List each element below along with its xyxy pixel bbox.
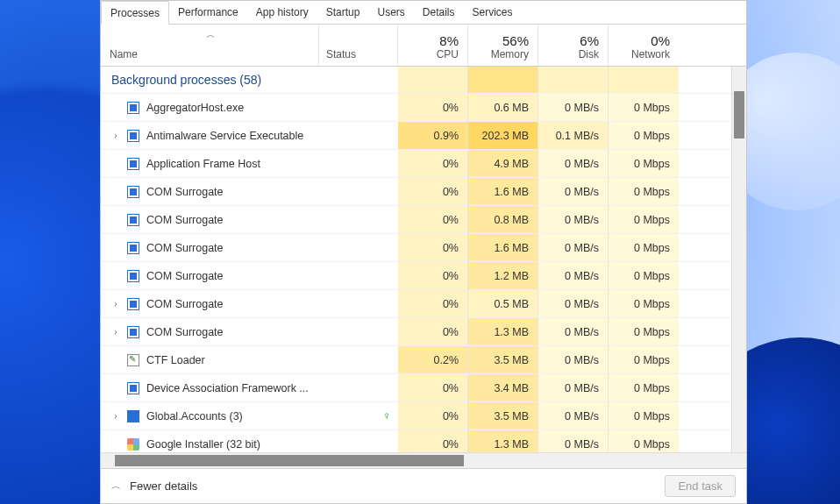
cell-memory: 3.4 MB [468, 374, 538, 401]
cell-disk: 0 MB/s [538, 346, 609, 373]
details-toggle[interactable]: Fewer details [130, 479, 197, 493]
frame-icon [126, 241, 140, 255]
cell-disk: 0 MB/s [538, 430, 609, 452]
cell-cpu: 0% [398, 150, 468, 177]
process-row[interactable]: Google Installer (32 bit)0%1.3 MB0 MB/s0… [101, 429, 746, 452]
process-name-cell: Device Association Framework ... [101, 381, 398, 395]
header-cpu-pct: 8% [439, 33, 459, 48]
column-header-row: ︿ Name Status 8% CPU 56% Memory 6% Disk … [101, 25, 746, 67]
column-header-cpu[interactable]: 8% CPU [398, 25, 468, 66]
tab-performance[interactable]: Performance [169, 1, 247, 24]
expand-chevron-icon[interactable]: › [111, 131, 120, 140]
process-name-label: COM Surrogate [146, 214, 224, 226]
process-name-cell: ›COM Surrogate [101, 297, 398, 311]
process-row[interactable]: CTF Loader0.2%3.5 MB0 MB/s0 Mbps [101, 345, 746, 373]
cell-disk: 0 MB/s [538, 178, 609, 205]
vertical-scrollbar[interactable] [731, 67, 746, 452]
leaf-icon: ♀ [382, 409, 391, 422]
cell-memory: 1.3 MB [468, 318, 538, 345]
column-header-disk[interactable]: 6% Disk [538, 25, 609, 66]
process-row[interactable]: COM Surrogate0%1.6 MB0 MB/s0 Mbps [101, 177, 746, 205]
header-network-pct: 0% [651, 33, 670, 48]
expand-chevron-icon[interactable]: › [111, 299, 120, 309]
process-row[interactable]: ›COM Surrogate0%0.5 MB0 MB/s0 Mbps [101, 289, 746, 317]
tab-processes[interactable]: Processes [101, 1, 169, 25]
tab-users[interactable]: Users [368, 1, 413, 24]
group-header-label: Background processes (58) [101, 73, 398, 87]
tab-startup[interactable]: Startup [317, 1, 369, 24]
group-network-cell [609, 67, 679, 93]
process-row[interactable]: ›Global.Accounts (3)♀0%3.5 MB0 MB/s0 Mbp… [101, 401, 746, 429]
cell-cpu: 0.9% [398, 122, 468, 149]
process-row[interactable]: ›COM Surrogate0%1.3 MB0 MB/s0 Mbps [101, 317, 746, 345]
cell-memory: 1.2 MB [468, 262, 538, 289]
horizontal-scrollbar[interactable] [101, 452, 746, 468]
process-row[interactable]: COM Surrogate0%1.2 MB0 MB/s0 Mbps [101, 261, 746, 289]
cell-network: 0 Mbps [609, 430, 679, 452]
process-name-label: Device Association Framework ... [146, 382, 309, 394]
process-name-label: COM Surrogate [146, 270, 224, 282]
cell-network: 0 Mbps [609, 178, 679, 205]
cell-memory: 0.5 MB [468, 290, 538, 317]
cell-disk: 0 MB/s [538, 94, 609, 121]
column-header-status[interactable]: Status [319, 25, 398, 66]
cell-cpu: 0% [398, 94, 468, 121]
cell-memory: 3.5 MB [468, 402, 538, 429]
process-name-cell: CTF Loader [101, 353, 398, 367]
header-memory-pct: 56% [502, 33, 529, 48]
column-header-status-label: Status [326, 48, 356, 60]
cell-disk: 0 MB/s [538, 374, 609, 401]
tab-services[interactable]: Services [464, 1, 522, 24]
process-name-label: Antimalware Service Executable [146, 130, 303, 142]
frame-icon [126, 213, 140, 227]
process-row[interactable]: COM Surrogate0%0.8 MB0 MB/s0 Mbps [101, 205, 746, 233]
header-cpu-label: CPU [437, 48, 459, 60]
column-header-network[interactable]: 0% Network [609, 25, 679, 66]
cell-cpu: 0% [398, 262, 468, 289]
process-name-cell: Application Frame Host [101, 157, 398, 171]
horizontal-scroll-thumb[interactable] [115, 455, 464, 466]
tab-details[interactable]: Details [414, 1, 464, 24]
expand-chevron-icon[interactable]: › [111, 327, 120, 337]
cell-cpu: 0.2% [398, 346, 468, 373]
frame-icon [126, 381, 140, 395]
sort-indicator-icon: ︿ [206, 28, 216, 41]
frame-icon [126, 157, 140, 171]
cell-disk: 0 MB/s [538, 234, 609, 261]
process-row[interactable]: Device Association Framework ...0%3.4 MB… [101, 373, 746, 401]
process-row[interactable]: ›Antimalware Service Executable0.9%202.3… [101, 121, 746, 149]
cell-disk: 0 MB/s [538, 262, 609, 289]
group-header-row[interactable]: Background processes (58) [101, 67, 746, 93]
cell-network: 0 Mbps [609, 290, 679, 317]
header-disk-label: Disk [579, 48, 599, 60]
process-name-cell: ›Antimalware Service Executable [101, 129, 398, 143]
column-header-name[interactable]: ︿ Name [101, 25, 319, 66]
end-task-button[interactable]: End task [665, 475, 736, 497]
process-name-label: Global.Accounts (3) [146, 410, 243, 422]
process-row[interactable]: Application Frame Host0%4.9 MB0 MB/s0 Mb… [101, 149, 746, 177]
process-row[interactable]: COM Surrogate0%1.6 MB0 MB/s0 Mbps [101, 233, 746, 261]
cell-disk: 0 MB/s [538, 290, 609, 317]
global-icon [126, 409, 140, 423]
cell-memory: 1.6 MB [468, 234, 538, 261]
process-row[interactable]: AggregatorHost.exe0%0.6 MB0 MB/s0 Mbps [101, 93, 746, 121]
process-name-cell: Google Installer (32 bit) [101, 437, 398, 451]
cell-network: 0 Mbps [609, 206, 679, 233]
cell-memory: 202.3 MB [468, 122, 538, 149]
vertical-scroll-thumb[interactable] [734, 91, 744, 138]
cell-cpu: 0% [398, 206, 468, 233]
group-cpu-cell [398, 67, 468, 93]
cell-memory: 3.5 MB [468, 346, 538, 373]
chevron-up-icon: ︿ [111, 479, 121, 493]
cell-cpu: 0% [398, 430, 468, 452]
cell-network: 0 Mbps [609, 402, 679, 429]
process-name-cell: COM Surrogate [101, 269, 398, 283]
cell-memory: 1.6 MB [468, 178, 538, 205]
frame-icon [126, 297, 140, 311]
expand-chevron-icon[interactable]: › [111, 411, 120, 421]
tab-app-history[interactable]: App history [247, 1, 317, 24]
cell-network: 0 Mbps [609, 346, 679, 373]
tab-bar: ProcessesPerformanceApp historyStartupUs… [101, 1, 746, 25]
column-header-memory[interactable]: 56% Memory [468, 25, 538, 66]
process-list-area: Background processes (58) AggregatorHost… [101, 67, 746, 452]
